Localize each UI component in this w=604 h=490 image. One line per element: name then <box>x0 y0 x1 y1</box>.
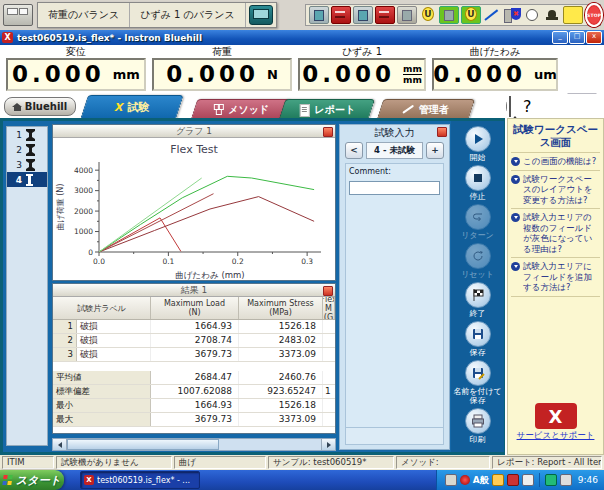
bluehill-home-button[interactable]: Bluehill <box>4 97 76 116</box>
tray-device-icon[interactable] <box>445 474 457 486</box>
svg-text:3000: 3000 <box>74 186 93 195</box>
chart-title: Flex Test <box>53 143 335 156</box>
stop-icon <box>471 171 485 185</box>
start-button[interactable]: 開始 <box>451 126 504 162</box>
statusbar: ITIM 試験機がありません 曲げ サンプル: test060519* メソッド… <box>0 455 604 470</box>
tab-test[interactable]: X 試験 <box>80 95 184 119</box>
deflection-value: 0.000 <box>433 63 526 86</box>
specimen-icon <box>26 174 33 186</box>
instron-support-logo-icon: X <box>535 403 577 429</box>
result-row-1[interactable]: 1 破損 1664.93 1526.18 <box>53 320 335 334</box>
red-cartridge-icon-2[interactable] <box>375 6 395 24</box>
start-button[interactable]: スタート <box>0 470 64 490</box>
windows-logo-icon <box>2 475 13 485</box>
tray-status-icon[interactable] <box>545 474 557 486</box>
console-monitor-icon[interactable] <box>249 5 273 25</box>
help-button[interactable]: ? <box>523 97 532 116</box>
results-horizontal-scrollbar[interactable] <box>52 438 336 451</box>
vise-icon[interactable] <box>397 6 417 24</box>
stats-row-stddev: 標準偏差 1007.62088 923.65247 1 <box>53 385 335 399</box>
comment-input[interactable] <box>349 181 440 195</box>
tray-red-icon[interactable] <box>460 475 470 485</box>
panel-restore-icon[interactable] <box>323 127 333 137</box>
stats-row-max: 最大 3679.73 3373.09 <box>53 413 335 427</box>
balance-load-button[interactable]: 荷重のバランス <box>38 3 130 27</box>
scroll-right-button[interactable] <box>321 439 335 450</box>
window-title: test060519.is_flex* - Instron Bluehill <box>17 33 202 43</box>
svg-text:4000: 4000 <box>74 166 93 175</box>
displacement-value: 0.000 <box>12 63 105 86</box>
ime-indicator[interactable]: A般 <box>473 474 489 487</box>
tray-brush-icon[interactable] <box>507 474 519 486</box>
add-specimen-button[interactable]: + <box>426 142 444 159</box>
panel-restore-icon[interactable] <box>323 286 333 296</box>
specimen-shield-icon[interactable] <box>503 7 521 23</box>
svg-text:0.3: 0.3 <box>301 257 313 266</box>
load-unit: N <box>267 67 278 82</box>
minimize-button[interactable]: _ <box>552 31 568 44</box>
results-panel: 結果 1 試験片ラベル Maximum Load(N) Maximum Stre… <box>52 283 336 434</box>
help-bullet-icon <box>511 262 520 271</box>
yellow-square-icon[interactable] <box>563 6 583 24</box>
svg-text:0: 0 <box>88 248 93 257</box>
tray-palette-icon[interactable] <box>492 474 504 486</box>
svg-text:1000: 1000 <box>74 227 93 236</box>
active-fixture-icon[interactable] <box>439 6 459 24</box>
save-as-button[interactable]: 名前を付けて保存 <box>451 360 504 405</box>
reset-button[interactable]: リセット <box>451 243 504 279</box>
help-link-4[interactable]: 試験入力エリアにフィールドを追加する方法は? <box>511 261 600 293</box>
strain-unit: mm mm <box>403 64 422 85</box>
help-panel-toggle-button[interactable] <box>509 97 519 116</box>
tab-admin[interactable]: 管理者 <box>377 99 475 119</box>
pen-icon[interactable] <box>483 7 501 23</box>
specimen-item-3[interactable]: 3 <box>7 157 47 172</box>
handset-window-icon[interactable] <box>3 4 33 26</box>
status-report: レポート: Report - All Items.Irt <box>492 456 602 469</box>
taskbar-task-bluehill[interactable]: X test060519.is_flex* - ... <box>80 471 200 489</box>
tray-volume-icon[interactable] <box>560 474 572 486</box>
finish-button[interactable]: 終了 <box>451 282 504 318</box>
red-cartridge-icon[interactable] <box>331 6 351 24</box>
save-button[interactable]: 保存 <box>451 321 504 357</box>
return-button[interactable]: リターン <box>451 204 504 240</box>
result-row-3[interactable]: 3 破損 3679.73 3373.09 <box>53 348 335 362</box>
help-link-2[interactable]: 試験ワークスペースのレイアウトを変更する方法は? <box>511 174 600 206</box>
tray-help-icon[interactable] <box>522 474 534 486</box>
tab-report[interactable]: レポート <box>279 99 375 119</box>
live-display-row: 変位 0.000 mm 荷重 0.000 N ひずみ 1 0.000 mm mm <box>0 45 604 94</box>
instron-mini-logo-icon: X <box>114 101 122 114</box>
specimen-item-1[interactable]: 1 <box>7 127 47 142</box>
balance-strain-button[interactable]: ひずみ 1 のバランス <box>130 3 246 27</box>
results-header-row: 試験片ラベル Maximum Load(N) Maximum Stress(MP… <box>53 297 335 320</box>
pencil-icon <box>403 104 414 115</box>
graph-panel: グラフ 1 Flex Test 010002000300040000.00.10… <box>52 124 336 281</box>
printer-icon <box>471 414 485 428</box>
scrollbar-thumb[interactable] <box>67 439 219 450</box>
comment-label: Comment: <box>349 167 440 176</box>
scroll-left-button[interactable] <box>53 439 67 450</box>
bell-icon[interactable] <box>543 7 561 23</box>
specimen-item-2[interactable]: 2 <box>7 142 47 157</box>
service-support-link[interactable]: サービスとサポート <box>508 430 603 442</box>
grip-icon[interactable] <box>309 6 329 24</box>
tab-method[interactable]: メソッド <box>191 99 291 119</box>
close-button[interactable]: x <box>586 31 602 44</box>
specimen-item-4-selected[interactable]: 4 <box>7 172 47 187</box>
status-sample: サンプル: test060519* <box>268 456 394 469</box>
help-link-3[interactable]: 試験入力エリアの複数のフィールドが灰色になっている理由は? <box>511 212 600 254</box>
active-u-badge-icon[interactable] <box>461 6 481 24</box>
result-row-2[interactable]: 2 破損 2708.74 2483.02 <box>53 334 335 348</box>
circle-icon[interactable] <box>523 7 541 23</box>
maximize-button[interactable]: □ <box>569 31 585 44</box>
specimen-icon <box>26 159 35 171</box>
help-link-1[interactable]: この画面の機能は? <box>511 156 600 167</box>
displacement-unit: mm <box>113 67 140 82</box>
emergency-stop-button[interactable]: STOP <box>585 3 603 27</box>
u-badge-icon[interactable] <box>419 7 437 23</box>
previous-specimen-button[interactable]: < <box>345 142 363 159</box>
titlebar: X test060519.is_flex* - Instron Bluehill… <box>0 30 604 45</box>
stop-button[interactable]: 停止 <box>451 165 504 201</box>
panel-restore-icon[interactable] <box>437 127 447 137</box>
print-button[interactable]: 印刷 <box>451 408 504 444</box>
grip-icon-2[interactable] <box>353 6 373 24</box>
